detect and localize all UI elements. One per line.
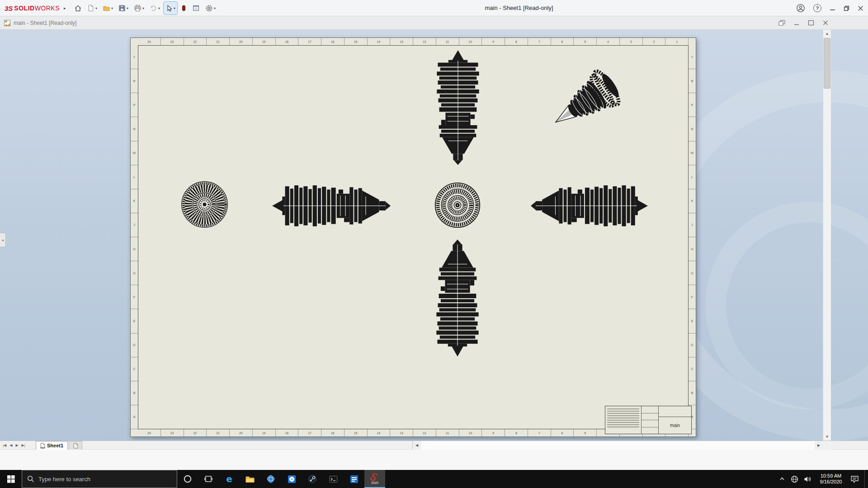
drawing-view-right[interactable] [530,183,649,229]
browser-globe-button[interactable] [260,470,281,488]
save-button[interactable]: ▾ [117,2,130,14]
photos-button[interactable] [281,470,302,488]
tab-sheet1[interactable]: Sheet1 [36,441,68,450]
restore-icon[interactable] [844,5,849,11]
caret-down-icon[interactable]: ▾ [174,6,175,10]
zone-label: 21 [207,38,230,45]
first-sheet-button[interactable]: |◀ [3,443,6,447]
zone-label: J [689,213,696,237]
search-input[interactable] [38,476,151,483]
title-block-notes [605,406,642,434]
window-title: main - Sheet1 [Read-only] [485,0,553,16]
help-icon[interactable]: ? [813,4,821,12]
volume-icon[interactable] [804,476,811,483]
caret-down-icon[interactable]: ▾ [95,6,97,10]
zone-label: M [689,141,696,165]
cortana-button[interactable] [177,470,198,488]
scroll-left-icon[interactable]: ◀ [413,441,421,450]
zone-label: 17 [298,38,321,45]
title-block-title-area: main [659,406,691,434]
steam-icon [308,474,317,483]
drawing-view-back[interactable] [434,181,481,229]
minimize-icon[interactable] [830,5,835,11]
edge-button[interactable]: e [219,470,240,488]
steam-button[interactable] [302,470,323,488]
panel-collapse-handle[interactable]: ◂ [0,233,6,247]
open-button[interactable]: ▾ [101,2,115,14]
solidworks-taskbar-button[interactable]: 2020 [364,470,385,488]
document-title: main - Sheet1 [Read-only] [14,20,76,26]
home-button[interactable] [72,2,84,14]
scroll-down-icon[interactable]: ▼ [823,433,831,441]
scroll-right-icon[interactable]: ▶ [815,441,823,450]
appearance-icon [181,5,187,12]
drawing-view-top[interactable] [434,49,482,165]
zone-label: 13 [390,429,413,436]
horizontal-scrollbar-track[interactable] [421,441,815,450]
zone-label: 19 [253,429,276,436]
task-view-button[interactable] [198,470,219,488]
doc-maximize-icon[interactable] [807,20,815,26]
drawing-document-icon [4,19,11,27]
zone-label: B [131,381,138,405]
system-tray: 10:59 AM 9/16/2020 [779,470,868,488]
start-button[interactable] [0,470,22,488]
appearance-button[interactable] [179,2,189,14]
cortana-icon [183,474,192,483]
taskbar-search[interactable] [22,470,177,488]
show-desktop-button[interactable] [864,470,867,488]
vertical-scrollbar[interactable]: ▲ ▼ [823,30,831,441]
action-center-icon[interactable] [850,475,859,483]
zone-label: 13 [390,38,413,45]
menu-expand-icon[interactable]: ▸ [64,6,66,10]
new-document-button[interactable]: ▾ [85,2,99,14]
caret-down-icon[interactable]: ▾ [127,6,128,10]
media-player-button[interactable] [344,470,364,488]
title-block[interactable]: main [605,406,692,434]
zone-label: 14 [368,429,391,436]
select-tool-button[interactable]: ▾ [164,2,177,14]
drawing-view-left-fan[interactable] [180,180,229,229]
taskbar-clock[interactable]: 10:59 AM 9/16/2020 [817,473,845,485]
zone-label: 6 [551,38,574,45]
options-button[interactable]: ▾ [203,2,217,14]
doc-close-icon[interactable] [822,20,829,26]
last-sheet-button[interactable]: ▶| [22,443,25,447]
drawing-sheet[interactable]: 242322212019181716151413121110987654321 … [130,38,696,437]
caret-down-icon[interactable]: ▾ [214,6,216,10]
drawing-view-bottom[interactable] [434,239,481,357]
solidworks-icon [370,474,379,481]
zone-label: 22 [184,429,207,436]
caret-down-icon[interactable]: ▾ [158,6,160,10]
prev-sheet-button[interactable]: ◀ [9,443,12,447]
network-globe-icon[interactable] [791,475,798,483]
vertical-scrollbar-thumb[interactable] [824,38,830,89]
drawing-view-isometric[interactable] [542,60,640,137]
drawing-view-front[interactable] [271,183,391,229]
zone-label: T [131,45,138,69]
doc-cascade-icon[interactable] [778,20,786,26]
print-button[interactable]: ▾ [132,2,146,14]
account-icon[interactable] [796,4,805,13]
terminal-button[interactable] [323,470,344,488]
undo-button[interactable]: ▾ [148,2,162,14]
next-sheet-button[interactable]: ▶ [15,443,18,447]
zone-label: 15 [344,429,368,436]
zone-label: P [689,93,696,117]
add-sheet-button[interactable] [69,441,82,450]
scroll-up-icon[interactable]: ▲ [823,30,831,38]
zone-label: F [689,285,696,309]
zone-label: E [131,309,138,333]
doc-minimize-icon[interactable] [793,20,800,26]
horizontal-scrollbar[interactable]: ◀ ▶ [412,441,823,450]
document-window-controls [778,20,829,26]
zone-ruler-top: 242322212019181716151413121110987654321 [138,38,689,45]
media-player-icon [350,475,359,483]
caret-down-icon[interactable]: ▾ [142,6,144,10]
caret-down-icon[interactable]: ▾ [111,6,113,10]
file-explorer-button[interactable] [240,470,260,488]
report-button[interactable] [190,2,202,14]
close-icon[interactable] [858,5,863,11]
tray-expand-icon[interactable] [779,476,785,482]
graphics-area[interactable]: ◂ 24232221201918171615141312111098765432… [0,30,868,441]
